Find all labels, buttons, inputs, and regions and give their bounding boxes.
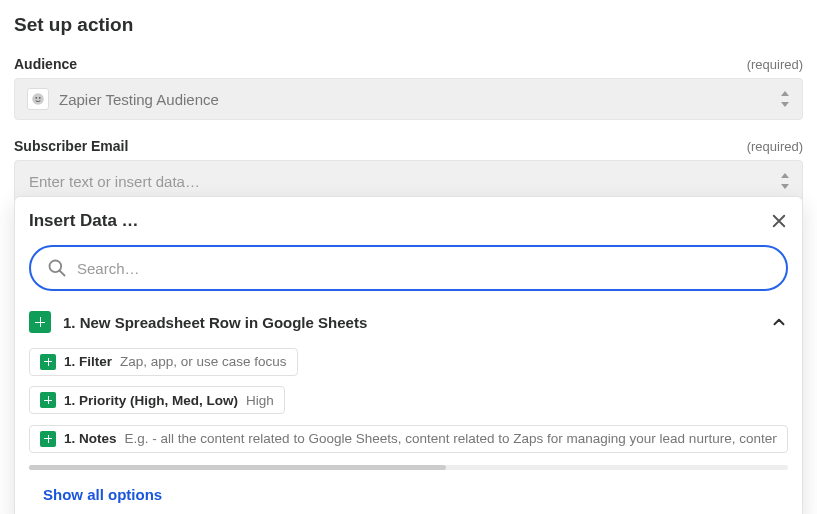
mailchimp-icon [27, 88, 49, 110]
chevron-up-icon [770, 313, 788, 331]
google-sheets-icon [29, 311, 51, 333]
scrollbar-thumb[interactable] [29, 465, 446, 470]
google-sheets-icon [40, 354, 56, 370]
item-label: 1. Filter [64, 354, 112, 369]
search-icon [47, 258, 67, 278]
source-group-header[interactable]: 1. New Spreadsheet Row in Google Sheets [29, 307, 788, 347]
page-title: Set up action [14, 14, 803, 36]
list-item[interactable]: 1. Filter Zap, app, or use case focus [29, 347, 788, 376]
google-sheets-icon [40, 392, 56, 408]
field-audience: Audience (required) Zapier Testing Audie… [14, 56, 803, 120]
item-value: High [246, 393, 274, 408]
list-item[interactable]: 1. Notes E.g. - all the content related … [29, 424, 788, 453]
item-value: Zap, app, or use case focus [120, 354, 287, 369]
svg-line-4 [60, 271, 65, 276]
google-sheets-icon [40, 431, 56, 447]
item-label: 1. Notes [64, 431, 117, 446]
horizontal-scrollbar[interactable] [29, 465, 788, 470]
search-box[interactable] [29, 245, 788, 291]
svg-point-0 [32, 93, 44, 105]
close-icon[interactable] [770, 212, 788, 230]
item-value: E.g. - all the content related to Google… [125, 431, 777, 446]
show-all-options-button[interactable]: Show all options [29, 482, 788, 507]
updown-icon [780, 91, 790, 107]
field-subscriber-email: Subscriber Email (required) Enter text o… [14, 138, 803, 202]
audience-required: (required) [747, 57, 803, 72]
data-options-list: 1. Filter Zap, app, or use case focus 1.… [29, 347, 788, 461]
updown-icon [780, 173, 790, 189]
insert-data-dropdown: Insert Data … 1. New Spreadsheet Row in … [14, 196, 803, 514]
list-item[interactable]: 1. Priority (High, Med, Low) High [29, 386, 788, 415]
source-group-title: 1. New Spreadsheet Row in Google Sheets [63, 314, 367, 331]
svg-point-1 [35, 97, 37, 99]
svg-point-2 [39, 97, 41, 99]
subscriber-email-label: Subscriber Email [14, 138, 128, 154]
audience-select[interactable]: Zapier Testing Audience [14, 78, 803, 120]
audience-label: Audience [14, 56, 77, 72]
subscriber-email-required: (required) [747, 139, 803, 154]
search-input[interactable] [77, 260, 770, 277]
subscriber-email-placeholder: Enter text or insert data… [29, 173, 200, 190]
dropdown-title: Insert Data … [29, 211, 139, 231]
item-label: 1. Priority (High, Med, Low) [64, 393, 238, 408]
audience-value: Zapier Testing Audience [59, 91, 219, 108]
